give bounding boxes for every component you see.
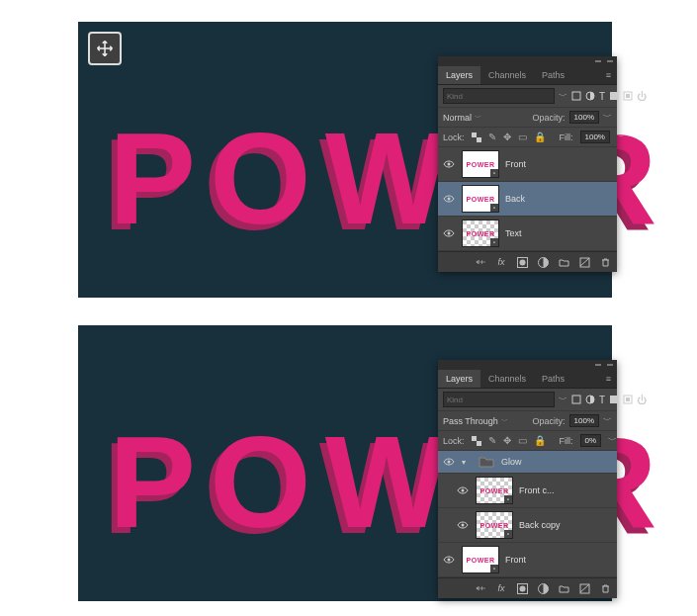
svg-rect-14 [572, 396, 580, 403]
fill-value[interactable]: 100% [580, 131, 610, 143]
fill-value[interactable]: 0% [580, 434, 602, 447]
chevron-down-icon[interactable]: ﹀ [603, 414, 612, 427]
filter-toggle-icon[interactable]: ⏻ [637, 394, 647, 405]
layer-name: Front [505, 159, 613, 169]
filter-toggle-icon[interactable]: ⏻ [637, 90, 647, 102]
svg-point-8 [448, 198, 451, 201]
layer-thumbnail: POWER▫ [462, 150, 499, 178]
fill-label: Fill: [560, 436, 573, 446]
adjustment-icon[interactable] [537, 582, 549, 594]
layer-row-front[interactable]: POWER▫ Front [438, 147, 617, 182]
panel-titlebar[interactable] [438, 360, 617, 370]
trash-icon[interactable] [599, 256, 611, 268]
visibility-eye-icon[interactable] [442, 458, 456, 466]
group-icon[interactable] [558, 582, 569, 594]
fx-icon[interactable]: fx [495, 256, 507, 268]
svg-point-24 [448, 559, 451, 562]
panel-footer: ⬴ fx [438, 577, 617, 598]
layer-row-back[interactable]: POWER▫ Back [438, 182, 617, 217]
layer-mask-icon[interactable] [516, 582, 528, 594]
filter-pixel-icon[interactable] [571, 90, 581, 102]
layer-name: Back copy [519, 520, 613, 530]
lock-position-icon[interactable]: ✥ [503, 435, 511, 447]
chevron-down-icon[interactable]: ﹀ [608, 434, 617, 447]
group-icon[interactable] [558, 256, 569, 268]
move-tool-button[interactable] [88, 32, 122, 65]
filter-shape-icon[interactable] [609, 90, 619, 102]
chevron-down-icon[interactable]: ﹀ [617, 131, 626, 143]
disclosure-triangle-icon[interactable]: ▾ [462, 458, 472, 467]
filter-adjust-icon[interactable] [585, 90, 595, 102]
svg-rect-19 [472, 436, 477, 441]
link-layers-icon[interactable]: ⬴ [475, 582, 486, 594]
layer-group-glow[interactable]: ▾ Glow [438, 451, 617, 474]
layers-list: POWER▫ Front POWER▫ Back POWER▫ Text [438, 147, 617, 251]
filter-smart-icon[interactable] [623, 394, 633, 405]
visibility-eye-icon[interactable] [442, 229, 456, 237]
filter-adjust-icon[interactable] [585, 394, 595, 405]
tab-paths[interactable]: Paths [534, 370, 572, 388]
svg-rect-2 [610, 92, 618, 100]
filter-kind-input[interactable] [443, 392, 555, 407]
lock-all-icon[interactable]: 🔒 [534, 132, 546, 143]
link-layers-icon[interactable]: ⬴ [475, 256, 486, 268]
filter-pixel-icon[interactable] [571, 394, 581, 405]
canvas-bottom: POWER POWER Layers Channels Paths ≡ ﹀ T [78, 325, 612, 601]
visibility-eye-icon[interactable] [442, 160, 456, 168]
svg-point-11 [519, 259, 525, 265]
visibility-eye-icon[interactable] [442, 556, 456, 564]
layer-filter-row: ﹀ T ⏻ [438, 85, 617, 108]
tab-paths[interactable]: Paths [534, 66, 572, 84]
lock-transparent-icon[interactable] [472, 435, 481, 447]
svg-point-7 [448, 163, 451, 166]
svg-rect-4 [626, 94, 630, 98]
svg-rect-0 [572, 92, 580, 100]
layer-row-back-copy[interactable]: POWER▫ Back copy [438, 508, 617, 543]
opacity-value[interactable]: 100% [569, 111, 599, 124]
lock-position-icon[interactable]: ✥ [503, 132, 511, 143]
chevron-down-icon[interactable]: ﹀ [559, 90, 567, 103]
trash-icon[interactable] [599, 582, 611, 594]
panel-footer: ⬴ fx [438, 251, 617, 272]
lock-transparent-icon[interactable] [472, 132, 481, 143]
filter-type-icon[interactable]: T [599, 90, 605, 102]
filter-kind-input[interactable] [443, 88, 555, 104]
layer-row-front[interactable]: POWER▫ Front [438, 543, 617, 577]
blend-row: Normal﹀ Opacity: 100% ﹀ [438, 108, 617, 128]
new-layer-icon[interactable] [578, 582, 590, 594]
visibility-eye-icon[interactable] [456, 521, 470, 529]
lock-pixels-icon[interactable]: ✎ [488, 435, 496, 447]
opacity-label: Opacity: [533, 416, 566, 426]
fx-icon[interactable]: fx [495, 582, 507, 594]
lock-artboard-icon[interactable]: ▭ [518, 132, 527, 143]
layer-mask-icon[interactable] [516, 256, 528, 268]
svg-point-21 [448, 461, 451, 464]
panel-titlebar[interactable] [438, 56, 617, 66]
adjustment-icon[interactable] [537, 256, 549, 268]
filter-smart-icon[interactable] [623, 90, 633, 102]
opacity-label: Opacity: [533, 113, 566, 123]
tab-layers[interactable]: Layers [438, 370, 480, 388]
filter-shape-icon[interactable] [609, 394, 619, 405]
visibility-eye-icon[interactable] [442, 195, 456, 203]
chevron-down-icon[interactable]: ﹀ [603, 111, 612, 124]
blend-mode-dropdown[interactable]: Pass Through﹀ [443, 416, 508, 426]
lock-artboard-icon[interactable]: ▭ [518, 435, 527, 447]
panel-menu-icon[interactable]: ≡ [600, 370, 617, 388]
layer-row-front-copy[interactable]: POWER▫ Front c... [438, 474, 617, 508]
tab-channels[interactable]: Channels [480, 370, 534, 388]
lock-all-icon[interactable]: 🔒 [534, 435, 546, 447]
chevron-down-icon[interactable]: ﹀ [559, 394, 567, 406]
svg-rect-18 [626, 397, 630, 401]
tab-layers[interactable]: Layers [438, 66, 480, 84]
visibility-eye-icon[interactable] [456, 486, 470, 494]
panel-menu-icon[interactable]: ≡ [600, 66, 617, 84]
new-layer-icon[interactable] [578, 256, 590, 268]
blend-mode-dropdown[interactable]: Normal﹀ [443, 113, 481, 123]
tab-channels[interactable]: Channels [480, 66, 534, 84]
filter-type-icon[interactable]: T [599, 394, 605, 405]
layer-row-text[interactable]: POWER▫ Text [438, 217, 617, 251]
opacity-value[interactable]: 100% [569, 414, 599, 427]
lock-label: Lock: [443, 132, 465, 142]
lock-pixels-icon[interactable]: ✎ [488, 132, 496, 143]
